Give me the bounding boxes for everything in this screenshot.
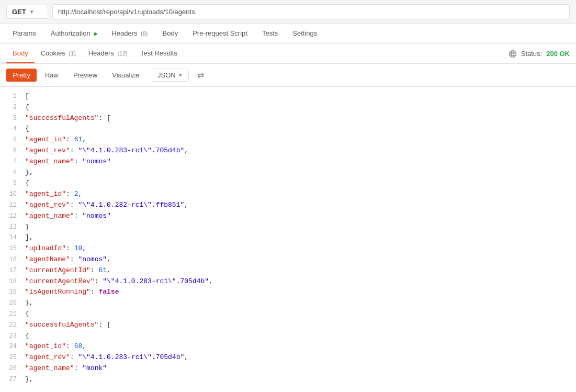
status-area: Status: 200 OK [509,50,570,58]
resp-tab-testresults[interactable]: Test Results [134,44,184,63]
line-content: "agent_id": 68, [25,341,570,352]
line-number: 17 [6,266,25,276]
tab-body[interactable]: Body [156,24,185,43]
globe-icon [509,50,517,58]
json-line: 14 ], [0,232,576,243]
method-chevron: ▼ [29,9,35,15]
tab-authorization[interactable]: Authorization [44,24,104,43]
line-content: }, [25,167,570,178]
line-content: "agentName": "nomos", [25,254,570,265]
line-content: { [25,102,570,113]
line-number: 16 [6,255,25,265]
line-number: 1 [6,92,25,102]
json-line: 26 "agent_name": "monk" [0,363,576,374]
line-content: "agent_rev": "\"4.1.0.282-rc1\".ffb851", [25,200,570,211]
wrap-icon[interactable]: ⇄ [195,68,206,82]
line-content: { [25,178,570,189]
line-content: { [25,331,570,342]
line-number: 19 [6,287,25,297]
line-number: 6 [6,146,25,156]
json-line: 6 "agent_rev": "\"4.1.0.283-rc1\".705d4b… [0,145,576,156]
resp-tab-headers[interactable]: Headers (12) [82,44,134,63]
line-content: "successfulAgents": [ [25,320,570,331]
method-selector[interactable]: GET ▼ [6,5,48,19]
line-content: "agent_name": "nomos" [25,211,570,222]
line-number: 22 [6,320,25,330]
json-line: 22 "successfulAgents": [ [0,320,576,331]
tab-params[interactable]: Params [6,24,42,43]
line-content: "uploadId": 10, [25,243,570,254]
line-number: 10 [6,189,25,199]
line-content: "successfulAgents": [ [25,113,570,124]
url-input[interactable] [52,4,570,19]
line-number: 14 [6,233,25,243]
json-line: 15 "uploadId": 10, [0,243,576,254]
format-bar: Pretty Raw Preview Visualize JSON ▼ ⇄ [0,64,576,87]
json-line: 1[ [0,91,576,102]
fmt-raw[interactable]: Raw [39,69,65,82]
status-label: Status: [521,50,542,58]
tab-prerequest[interactable]: Pre-request Script [186,24,254,43]
fmt-visualize[interactable]: Visualize [106,69,145,82]
url-bar: GET ▼ [0,0,576,24]
method-label: GET [12,8,26,16]
resp-tab-body[interactable]: Body [6,44,35,63]
line-content: ], [25,232,570,243]
line-number: 26 [6,364,25,374]
json-line: 7 "agent_name": "nomos" [0,156,576,167]
line-content: "agent_name": "monk" [25,363,570,374]
json-line: 5 "agent_id": 61, [0,135,576,145]
authorization-dot [94,32,97,36]
line-content: }, [25,298,570,309]
tab-tests[interactable]: Tests [256,24,284,43]
line-content: "agent_rev": "\"4.1.0.283-rc1\".705d4b", [25,145,570,156]
json-line: 20 }, [0,298,576,309]
json-line: 10 "agent_id": 2, [0,189,576,200]
json-line: 8 }, [0,167,576,178]
line-number: 11 [6,200,25,210]
line-content: "agent_rev": "\"4.1.0.283-rc1\".705d4b", [25,352,570,363]
line-content: "currentAgentRev": "\"4.1.0.283-rc1\".70… [25,276,570,287]
resp-tab-cookies[interactable]: Cookies (1) [35,44,82,63]
json-body: 1[2 {3 "successfulAgents": [4 {5 "agent_… [0,87,576,389]
json-line: 17 "currentAgentId": 61, [0,265,576,276]
line-number: 21 [6,309,25,319]
json-line: 12 "agent_name": "nomos" [0,211,576,222]
fmt-preview[interactable]: Preview [67,69,104,82]
line-content: }, [25,374,570,385]
tab-settings[interactable]: Settings [286,24,323,43]
line-number: 15 [6,244,25,254]
line-content: "agent_id": 2, [25,189,570,200]
json-line: 16 "agentName": "nomos", [0,254,576,265]
line-number: 2 [6,103,25,113]
json-line: 27 }, [0,374,576,385]
line-number: 20 [6,298,25,308]
request-tabs: Params Authorization Headers (8) Body Pr… [0,24,576,44]
line-content: "isAgentRunning": false [25,287,570,298]
json-line: 4 { [0,124,576,135]
json-line: 24 "agent_id": 68, [0,341,576,352]
line-content: [ [25,91,570,102]
json-line: 9 { [0,178,576,189]
line-number: 5 [6,135,25,145]
line-number: 4 [6,124,25,134]
line-content: "agent_name": "nomos" [25,156,570,167]
json-line: 25 "agent_rev": "\"4.1.0.283-rc1\".705d4… [0,352,576,363]
json-line: 13 } [0,222,576,233]
tab-headers[interactable]: Headers (8) [105,24,154,43]
line-content: "agent_id": 61, [25,135,570,145]
fmt-pretty[interactable]: Pretty [6,69,37,82]
response-tabs: Body Cookies (1) Headers (12) Test Resul… [0,44,576,64]
line-number: 27 [6,375,25,385]
line-content: { [25,309,570,320]
json-line: 21 { [0,309,576,320]
line-number: 7 [6,157,25,167]
line-number: 23 [6,331,25,341]
json-line: 11 "agent_rev": "\"4.1.0.282-rc1\".ffb85… [0,200,576,211]
json-format-selector[interactable]: JSON ▼ [152,69,189,82]
line-content: { [25,124,570,135]
line-number: 24 [6,342,25,352]
line-number: 13 [6,222,25,232]
status-code: 200 OK [546,50,570,58]
line-number: 25 [6,353,25,363]
